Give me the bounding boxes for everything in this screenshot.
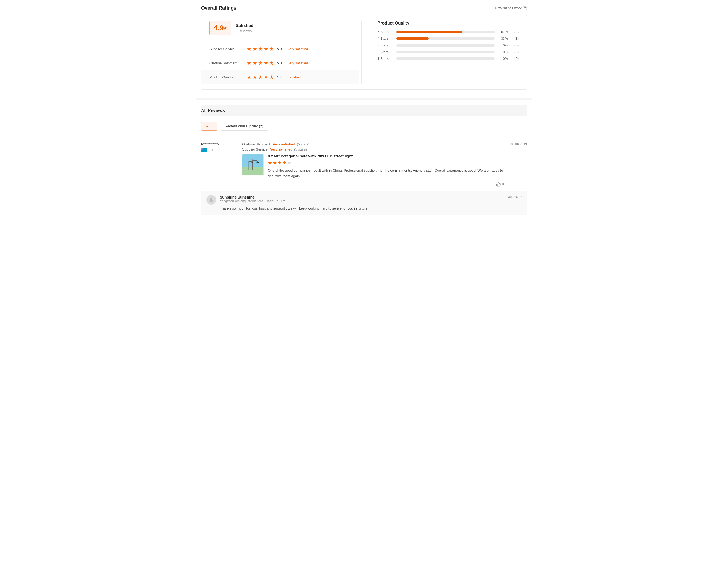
all-reviews-header: All Reviews: [201, 105, 527, 116]
reply-name: Sunshine Sunshine: [220, 195, 286, 199]
like-button[interactable]: 0: [496, 182, 504, 187]
meta-row-service: Supplier Service: Very satisfied (5 star…: [242, 147, 504, 151]
bar-row-1: 1 Stars 0% (0): [378, 57, 519, 61]
svg-rect-15: [251, 162, 254, 163]
all-reviews-title: All Reviews: [201, 108, 527, 113]
pstar-5: ★: [287, 160, 291, 166]
rating-row-quality: Product Quality ★ ★ ★ ★ ★ ★ 4.7 Satisfie…: [201, 70, 359, 84]
star-3: ★: [258, 74, 263, 80]
overall-status: Satisfied: [236, 23, 254, 28]
product-image: [242, 154, 264, 175]
star-1: ★: [247, 46, 252, 52]
star-2: ★: [252, 46, 257, 52]
filter-professional-button[interactable]: Professional supplier (2): [220, 122, 268, 131]
bar-track-3: [396, 44, 495, 47]
rating-label: Supplier Service: [209, 47, 247, 51]
star-1: ★: [247, 74, 252, 80]
pstar-2: ★: [273, 160, 277, 166]
score-denom: /5: [224, 27, 227, 31]
pstar-1: ★: [268, 160, 272, 166]
bar-row-5: 5 Stars 67% (2): [378, 30, 519, 34]
meta-key-shipment: On-time Shipment:: [242, 142, 271, 146]
reviewer-name: P***********r: [201, 142, 236, 146]
bar-label-1: 1 Stars: [378, 57, 394, 61]
star-5: ★: [269, 60, 274, 66]
bar-pct-1: 0%: [497, 57, 508, 61]
review-meta: On-time Shipment: Very satisfied (5 star…: [242, 142, 504, 151]
bar-track-4: [396, 37, 495, 40]
reviewer-country: Fiji: [201, 148, 236, 152]
bar-count-3: (0): [511, 43, 519, 47]
star-5-half: ★ ★: [269, 74, 274, 80]
reply-date: 18 Jun 2019: [504, 195, 522, 199]
country-name: Fiji: [209, 148, 213, 152]
bar-fill-5: [396, 31, 462, 33]
product-image-svg: [242, 154, 263, 175]
bar-count-1: (0): [511, 57, 519, 61]
rating-row-shipment: On-time Shipment ★ ★ ★ ★ ★ 5.0 Very sati…: [209, 56, 350, 70]
review-text-block: 8.2 Mtr octagonal pole with 70w LED stre…: [268, 154, 504, 179]
meta-val-service: Very satisfied: [270, 147, 292, 151]
meta-stars-shipment: (5 stars): [297, 142, 310, 146]
bar-pct-3: 0%: [497, 43, 508, 47]
bar-count-5: (2): [511, 30, 519, 34]
rating-label-shipment: On-time Shipment: [209, 61, 247, 65]
ratings-left-panel: 4.9/5 Satisfied 3 Reviews Supplier Servi…: [209, 21, 362, 84]
reply-header: Sunshine Sunshine Yangzhou Xintong Inter…: [220, 195, 522, 205]
svg-point-16: [210, 198, 212, 200]
bar-track-5: [396, 31, 495, 33]
score-value: 4.9: [213, 24, 224, 32]
pstar-3: ★: [278, 160, 282, 166]
star-1: ★: [247, 60, 252, 66]
review-footer: 0: [242, 182, 504, 187]
reply-text: Thanks so much for your trust and suppor…: [220, 206, 522, 211]
meta-stars-service: (5 stars): [294, 147, 307, 151]
stars-supplier: ★ ★ ★ ★ ★: [247, 46, 274, 52]
stars-quality: ★ ★ ★ ★ ★ ★: [247, 74, 274, 80]
how-ratings-label: How ratings work: [495, 6, 522, 10]
bar-track-1: [396, 57, 495, 60]
like-count: 0: [502, 182, 504, 186]
bar-label-5: 5 Stars: [378, 30, 394, 34]
fiji-flag-icon: [201, 148, 207, 152]
bar-fill-4: [396, 37, 429, 40]
rating-row-supplier: Supplier Service ★ ★ ★ ★ ★ 5.0 Very sati…: [209, 42, 350, 56]
quality-score: 4.7: [277, 75, 285, 79]
review-date: 18 Jun 2019: [509, 142, 527, 146]
stars-shipment: ★ ★ ★ ★ ★: [247, 60, 274, 66]
product-stars: ★ ★ ★ ★ ★: [268, 160, 504, 166]
product-title: 8.2 Mtr octagonal pole with 70w LED stre…: [268, 154, 504, 158]
quality-chart-title: Product Quality: [378, 21, 519, 26]
bar-pct-2: 0%: [497, 50, 508, 54]
ratings-main-box: 4.9/5 Satisfied 3 Reviews Supplier Servi…: [201, 15, 527, 90]
quality-status: Satisfied: [287, 75, 301, 79]
filter-row: ALL Professional supplier (2): [201, 122, 527, 131]
bar-row-2: 2 Stars 0% (0): [378, 50, 519, 54]
star-5: ★: [269, 46, 274, 52]
bar-pct-5: 67%: [497, 30, 508, 34]
supplier-score: 5.0: [277, 47, 285, 51]
bar-count-4: (1): [511, 36, 519, 40]
reviewer-info: P***********r: [201, 142, 236, 187]
reply-avatar: [206, 195, 216, 205]
meta-row-shipment: On-time Shipment: Very satisfied (5 star…: [242, 142, 504, 146]
bar-row-4: 4 Stars 33% (1): [378, 36, 519, 40]
filter-all-button[interactable]: ALL: [201, 122, 217, 131]
bar-label-2: 2 Stars: [378, 50, 394, 54]
how-ratings-link[interactable]: How ratings work ?: [495, 6, 527, 10]
review-body: 8.2 Mtr octagonal pole with 70w LED stre…: [242, 154, 504, 179]
review-text: One of the good companies I dealt with i…: [268, 168, 504, 179]
shipment-status: Very satisfied: [287, 61, 308, 65]
review-item: P***********r: [201, 137, 527, 221]
star-3: ★: [258, 46, 263, 52]
bar-label-4: 4 Stars: [378, 36, 394, 40]
star-4: ★: [264, 46, 268, 52]
bar-count-2: (0): [511, 50, 519, 54]
info-icon: ?: [523, 6, 527, 10]
reply-company: Yangzhou Xintong International Trade Co.…: [220, 199, 286, 203]
reply-content: Sunshine Sunshine Yangzhou Xintong Inter…: [220, 195, 522, 211]
section-divider: [196, 98, 532, 100]
ratings-right-panel: Product Quality 5 Stars 67% (2) 4 Stars …: [372, 21, 519, 84]
supplier-status: Very satisfied: [287, 47, 308, 51]
svg-rect-12: [252, 160, 253, 170]
